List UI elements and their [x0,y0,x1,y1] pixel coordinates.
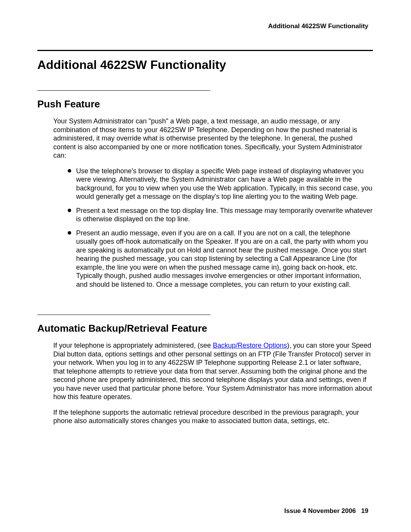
list-item: Present an audio message, even if you ar… [68,229,373,289]
page-footer: Issue 4 November 200619 [284,507,368,515]
running-header: Additional 4622SW Functionality [37,22,373,30]
main-title-rule [37,50,373,51]
section2-para1-post: ), you can store your Speed Dial button … [53,342,372,401]
main-heading: Additional 4622SW Functionality [37,58,373,72]
section2-para2: If the telephone supports the automatic … [53,408,373,425]
section2-para1: If your telephone is appropriately admin… [53,341,373,401]
section1-heading: Push Feature [37,98,373,110]
page-number: 19 [361,507,368,514]
section1-bullets: Use the telephone's browser to display a… [68,167,373,289]
list-item: Present a text message on the top displa… [68,206,373,224]
issue-text: Issue 4 November 2006 [284,507,356,514]
section1-rule [37,90,210,91]
list-item: Use the telephone's browser to display a… [68,167,373,201]
section2-rule [37,315,210,315]
section1-intro: Your System Administrator can "push" a W… [53,117,373,160]
backup-restore-link[interactable]: Backup/Restore Options [213,342,287,349]
section2-heading: Automatic Backup/Retrieval Feature [37,323,373,334]
section2-para1-pre: If your telephone is appropriately admin… [53,342,213,349]
